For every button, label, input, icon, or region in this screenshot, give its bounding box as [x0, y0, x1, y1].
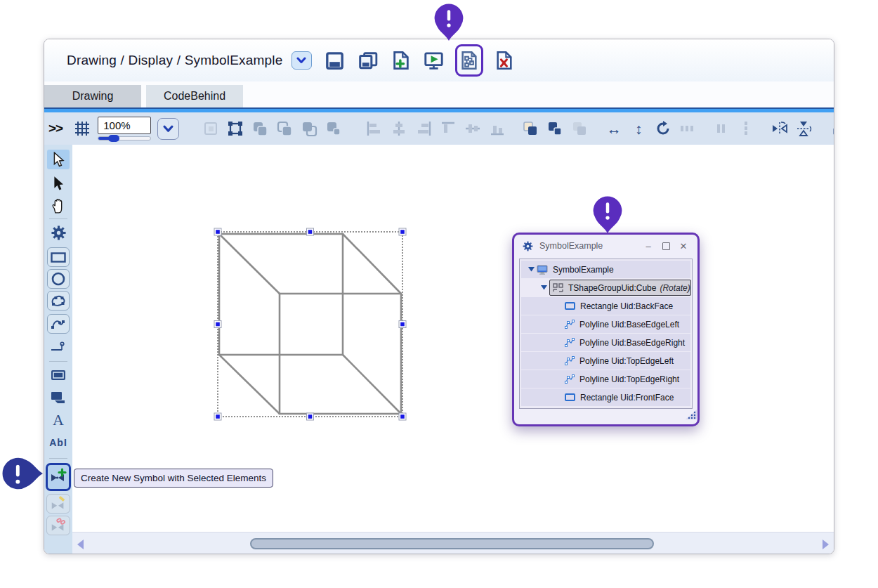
- divider: [49, 218, 67, 219]
- send-to-back-icon[interactable]: [546, 118, 565, 139]
- scroll-left-arrow-icon[interactable]: [77, 540, 84, 549]
- maximize-button[interactable]: [660, 242, 671, 250]
- chevron-expander-icon[interactable]: [525, 267, 537, 272]
- rectangle-icon: [565, 302, 575, 310]
- display-icon: [537, 265, 548, 275]
- layers-tool[interactable]: [47, 388, 70, 407]
- lock-icon[interactable]: [829, 118, 834, 139]
- highlighted-action: [455, 44, 483, 77]
- select-tool[interactable]: [47, 150, 70, 169]
- save-all-icon[interactable]: [356, 47, 380, 74]
- create-symbol-tool[interactable]: [46, 463, 71, 491]
- resize-grip[interactable]: [686, 410, 697, 419]
- main-toolbar: >>: [44, 112, 834, 145]
- polygon-tool[interactable]: [47, 291, 70, 311]
- order-icon: [571, 118, 589, 139]
- zoom-input[interactable]: [98, 117, 151, 134]
- element-tree: SymbolExample TShapeGroupUid:Cube (Rotat…: [519, 259, 693, 409]
- close-button[interactable]: ✕: [678, 241, 689, 251]
- tree-item-frontface[interactable]: Rectangle Uid:FrontFace: [521, 388, 690, 406]
- chevron-expander-icon[interactable]: [538, 285, 549, 290]
- screenshot-root: { "header": { "breadcrumb": "Drawing / D…: [0, 0, 878, 588]
- tab-bar: Drawing CodeBehind: [44, 81, 834, 107]
- scrollbar-thumb[interactable]: [250, 538, 654, 549]
- zoom-slider-thumb[interactable]: [108, 135, 119, 142]
- alert-callout-left-icon: [2, 454, 43, 493]
- align-middle-icon: [464, 118, 482, 139]
- mirror-vertical-icon[interactable]: [795, 118, 813, 139]
- breadcrumb-dropdown-button[interactable]: [291, 51, 312, 70]
- canvas-wrap: SymbolExample – ✕ SymbolExample: [72, 145, 834, 554]
- symbol-structure-icon[interactable]: [459, 47, 480, 74]
- breadcrumb: Drawing / Display / SymbolExample: [67, 53, 283, 68]
- flip-horizontal-icon[interactable]: ↔: [605, 118, 623, 139]
- tree-item-baseedgeleft[interactable]: Polyline Uid:BaseEdgeLeft: [521, 315, 690, 333]
- maximize-icon: [662, 242, 670, 250]
- bring-to-front-icon[interactable]: [522, 118, 540, 139]
- delete-document-icon[interactable]: [492, 47, 516, 74]
- align-bottom-icon: [488, 118, 506, 139]
- rotate-icon[interactable]: [654, 118, 672, 139]
- alert-callout-window-icon: [593, 196, 622, 233]
- zoom-dropdown-button[interactable]: [157, 118, 179, 140]
- tree-item-topedgeright[interactable]: Polyline Uid:TopEdgeRight: [521, 370, 690, 388]
- selected-tree-item[interactable]: TShapeGroupUid:Cube (Rotate): [549, 280, 691, 296]
- spacing-icon: [679, 118, 697, 139]
- text-tool[interactable]: A: [47, 410, 70, 430]
- tab-codebehind[interactable]: CodeBehind: [146, 85, 243, 107]
- window-title-bar[interactable]: SymbolExample – ✕: [514, 235, 697, 257]
- polyline-icon: [565, 374, 575, 384]
- tab-drawing[interactable]: Drawing: [44, 85, 141, 107]
- tree-item-symbolexample[interactable]: SymbolExample: [521, 261, 690, 278]
- group-selected-icon[interactable]: [325, 118, 343, 139]
- polyline-icon: [565, 320, 575, 329]
- minimize-button[interactable]: –: [643, 241, 654, 251]
- new-document-icon[interactable]: [389, 47, 413, 74]
- tree-item-backface[interactable]: Rectangle Uid:BackFace: [521, 297, 690, 315]
- ungroup-icon[interactable]: [275, 118, 294, 139]
- flip-vertical-icon[interactable]: ↕: [629, 118, 648, 139]
- transform-bounds-icon[interactable]: [226, 118, 244, 139]
- zoom-slider[interactable]: [98, 136, 151, 141]
- tooltip: Create New Symbol with Selected Elements: [74, 469, 273, 488]
- divider: [49, 458, 67, 459]
- cube-diagonal-edges: [219, 234, 401, 414]
- path-tool[interactable]: [47, 314, 70, 334]
- cube-shape-group[interactable]: [213, 227, 408, 422]
- regroup-icon[interactable]: [300, 118, 318, 139]
- direct-select-tool[interactable]: [47, 174, 70, 193]
- tree-item-baseedgeright[interactable]: Polyline Uid:BaseEdgeRight: [521, 334, 690, 351]
- scroll-right-arrow-icon[interactable]: [823, 540, 829, 549]
- horizontal-scrollbar[interactable]: [72, 532, 834, 554]
- cube-edges[interactable]: [219, 234, 401, 414]
- header-actions: [323, 44, 516, 77]
- grid-icon[interactable]: [73, 118, 91, 139]
- label-tool[interactable]: AbI: [47, 433, 70, 452]
- tool-strip: A AbI: [44, 145, 72, 554]
- line-tool[interactable]: [47, 337, 70, 357]
- polyline-icon: [565, 338, 575, 347]
- window-status-bar: [514, 409, 697, 419]
- save-icon[interactable]: [323, 47, 347, 74]
- pan-tool[interactable]: [47, 196, 70, 216]
- drawing-canvas[interactable]: SymbolExample – ✕ SymbolExample: [72, 145, 834, 532]
- tree-item-topedgeleft[interactable]: Polyline Uid:TopEdgeLeft: [521, 352, 690, 370]
- window-title: SymbolExample: [539, 241, 636, 251]
- mirror-horizontal-icon[interactable]: [771, 118, 789, 139]
- settings-tool[interactable]: [47, 223, 70, 242]
- toolbar-expand-button[interactable]: >>: [48, 121, 63, 136]
- chevron-down-icon: [163, 125, 173, 133]
- align-top-icon: [439, 118, 457, 139]
- chevron-down-icon: [296, 57, 306, 64]
- ellipse-tool[interactable]: [47, 269, 70, 289]
- zoom-control: [98, 117, 151, 141]
- rectangle-tool[interactable]: [47, 247, 70, 267]
- filled-rectangle-tool[interactable]: [47, 365, 70, 385]
- select-bounds-icon: [202, 118, 220, 139]
- distribute-vertical-icon: [737, 118, 755, 139]
- edit-symbol-tool: [46, 494, 70, 514]
- distribute-horizontal-icon: [712, 118, 730, 139]
- tree-item-cube-group[interactable]: TShapeGroupUid:Cube (Rotate): [521, 279, 690, 296]
- run-preview-icon[interactable]: [422, 47, 446, 74]
- group-icon[interactable]: [251, 118, 269, 139]
